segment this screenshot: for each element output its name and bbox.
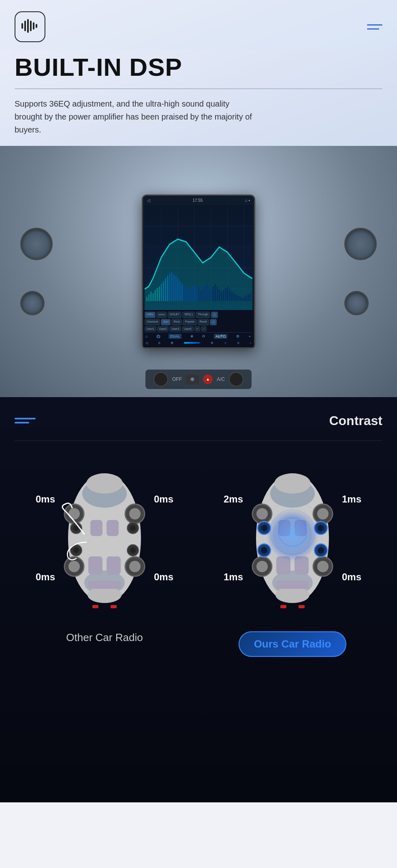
svg-rect-4 bbox=[33, 22, 34, 30]
svg-rect-3 bbox=[30, 21, 32, 31]
svg-rect-43 bbox=[202, 288, 203, 301]
hazard-btn[interactable]: ▲ bbox=[203, 374, 213, 384]
auto-label: AUTO bbox=[214, 334, 227, 339]
popular-btn[interactable]: Popular bbox=[183, 319, 196, 325]
other-tl-top-left: 0ms bbox=[36, 494, 55, 505]
hero-text-section: BUILT-IN DSP Supports 36EQ adjustment, a… bbox=[0, 49, 397, 146]
right-vents bbox=[344, 228, 377, 315]
contrast-title: Contrast bbox=[329, 413, 382, 428]
vol-down-icon[interactable]: − bbox=[250, 341, 252, 345]
svg-rect-33 bbox=[181, 284, 183, 301]
svg-rect-65 bbox=[248, 294, 249, 301]
reset-btn[interactable]: Reset bbox=[198, 319, 209, 325]
fan-right-icon[interactable]: ❈ bbox=[211, 341, 213, 345]
contrast-divider bbox=[15, 440, 382, 441]
svg-rect-29 bbox=[173, 274, 175, 301]
other-car-timing-labels: 0ms 0ms 0ms 0ms bbox=[48, 461, 161, 615]
svg-rect-42 bbox=[200, 290, 201, 301]
svg-rect-0 bbox=[21, 23, 23, 29]
screen-controls[interactable]: cHEs ωωω DOLBY SRS(·) Through ⓘ Classica… bbox=[143, 310, 254, 347]
power-icon[interactable]: ⏻ bbox=[156, 334, 160, 338]
dolby-btn[interactable]: DOLBY bbox=[168, 312, 181, 318]
through-btn[interactable]: Through bbox=[196, 312, 210, 318]
fork-icon[interactable]: ⚙ bbox=[236, 334, 239, 338]
snowflake-icon[interactable]: ❄ bbox=[190, 334, 194, 338]
user5-btn[interactable]: User5 bbox=[182, 326, 194, 331]
svg-rect-51 bbox=[219, 289, 220, 301]
user1-btn[interactable]: User1 bbox=[145, 326, 156, 331]
left-vents bbox=[20, 228, 53, 315]
uuu-btn[interactable]: ωωω bbox=[156, 312, 167, 318]
svg-rect-18 bbox=[150, 291, 152, 301]
other-tl-bot-right: 0ms bbox=[154, 571, 173, 583]
svg-rect-5 bbox=[36, 24, 37, 28]
svg-rect-47 bbox=[211, 289, 212, 301]
sync-icon[interactable]: ⟳ bbox=[202, 334, 205, 338]
srs-btn[interactable]: SRS(·) bbox=[182, 312, 195, 318]
remove-btn[interactable]: − bbox=[201, 326, 207, 331]
svg-rect-63 bbox=[244, 297, 245, 301]
svg-rect-52 bbox=[221, 291, 222, 301]
temp-slider[interactable] bbox=[184, 342, 200, 344]
classical-btn[interactable]: Classical bbox=[145, 319, 160, 325]
svg-rect-48 bbox=[213, 286, 214, 301]
svg-rect-41 bbox=[198, 288, 199, 301]
right-knob[interactable] bbox=[229, 372, 243, 387]
svg-rect-38 bbox=[192, 286, 193, 301]
other-tl-top-right: 0ms bbox=[154, 494, 173, 505]
logo-box bbox=[15, 11, 45, 42]
svg-rect-49 bbox=[215, 284, 216, 301]
contrast-lines-icon bbox=[15, 418, 36, 423]
cHEs-btn[interactable]: cHEs bbox=[145, 312, 156, 318]
svg-rect-39 bbox=[194, 285, 195, 301]
svg-rect-19 bbox=[152, 293, 154, 301]
svg-rect-61 bbox=[239, 297, 241, 301]
screen-icons: ⌂ ▪ bbox=[245, 198, 250, 203]
svg-rect-64 bbox=[246, 295, 247, 301]
ours-car-top-view: 2ms 1ms 1ms 0ms bbox=[236, 461, 349, 615]
comparison-section: Contrast 0ms 0ms 0ms 0ms bbox=[0, 397, 397, 802]
svg-rect-57 bbox=[231, 291, 233, 301]
temp-0-left: 0 bbox=[158, 341, 160, 345]
svg-rect-40 bbox=[196, 286, 197, 301]
ac-icon[interactable]: ☆ bbox=[224, 341, 227, 345]
hamburger-menu-button[interactable] bbox=[367, 24, 382, 30]
svg-rect-17 bbox=[148, 294, 149, 301]
rock-btn[interactable]: Rock bbox=[171, 319, 182, 325]
car-infotainment-screen[interactable]: ◁ 17:55 ⌂ ▪ bbox=[142, 195, 255, 348]
ours-car-label-button[interactable]: Ours Car Radio bbox=[239, 631, 347, 657]
info2-btn[interactable]: ⓘ bbox=[210, 319, 217, 325]
back-icon[interactable]: ◁ bbox=[145, 341, 148, 345]
fan-icon[interactable]: ⚙ bbox=[171, 341, 173, 345]
info-btn[interactable]: ⓘ bbox=[211, 312, 218, 318]
other-tl-bot-left: 0ms bbox=[36, 571, 55, 583]
ours-car-item: 2ms 1ms 1ms 0ms bbox=[203, 461, 382, 657]
svg-rect-16 bbox=[146, 297, 147, 301]
jazz-btn[interactable]: Jazz bbox=[161, 319, 171, 325]
svg-rect-50 bbox=[217, 286, 218, 301]
defrost-icon: ❄ bbox=[190, 376, 195, 383]
add-btn[interactable]: + bbox=[194, 326, 200, 331]
vol-up-icon[interactable]: ＋ bbox=[248, 334, 252, 339]
hazard-icon: ▲ bbox=[206, 377, 210, 381]
left-bottom-vent bbox=[20, 291, 45, 315]
home-icon[interactable]: ⌂ bbox=[145, 334, 147, 338]
svg-rect-24 bbox=[163, 281, 164, 301]
svg-rect-22 bbox=[159, 286, 160, 301]
defrost-btn[interactable]: ❄ bbox=[186, 374, 199, 384]
back-arrow-icon: ◁ bbox=[147, 198, 150, 203]
left-knob[interactable] bbox=[154, 372, 168, 387]
ours-tl-top-right: 1ms bbox=[342, 494, 361, 505]
svg-rect-59 bbox=[235, 294, 237, 301]
user2-btn[interactable]: User2 bbox=[157, 326, 169, 331]
svg-rect-20 bbox=[155, 290, 156, 301]
user3-btn[interactable]: User3 bbox=[169, 326, 181, 331]
svg-rect-46 bbox=[209, 286, 210, 301]
ac-label: A/C bbox=[217, 376, 225, 382]
svg-rect-23 bbox=[161, 284, 162, 301]
svg-rect-56 bbox=[229, 289, 231, 301]
svg-rect-32 bbox=[179, 281, 181, 301]
cars-comparison: 0ms 0ms 0ms 0ms bbox=[15, 461, 382, 657]
other-car-item: 0ms 0ms 0ms 0ms bbox=[15, 461, 194, 644]
ours-tl-bot-right: 0ms bbox=[342, 571, 361, 583]
